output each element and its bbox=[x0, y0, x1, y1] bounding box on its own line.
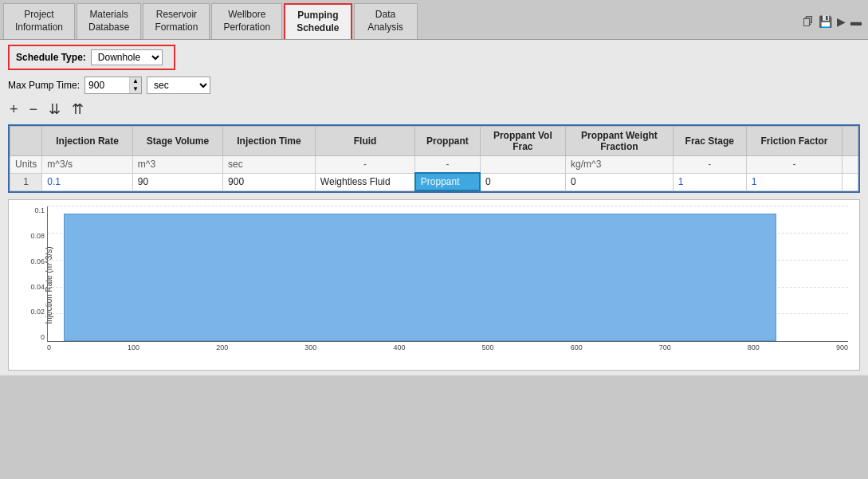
schedule-type-label: Schedule Type: bbox=[16, 52, 86, 63]
pump-time-spinners: ▲ ▼ bbox=[129, 77, 141, 93]
tab-materials-database[interactable]: MaterialsDatabase bbox=[77, 3, 141, 39]
cell-injection-time-1[interactable]: 900 bbox=[223, 173, 316, 190]
cell-proppant-weight-fraction-1[interactable]: 0 bbox=[566, 173, 674, 190]
chart-y-ticks: 0 0.02 0.04 0.06 0.08 0.1 bbox=[18, 206, 45, 341]
pump-time-input-wrap: ▲ ▼ bbox=[84, 77, 142, 94]
pump-time-row: Max Pump Time: ▲ ▼ sec min bbox=[8, 77, 860, 94]
toolbar: + − ⇊ ⇈ bbox=[8, 100, 860, 118]
unit-proppant-vol-frac bbox=[480, 156, 565, 174]
units-row: Units m^3/s m^3 sec - - kg/m^3 - - bbox=[10, 156, 858, 174]
chart-inner: 0 0.02 0.04 0.06 0.08 0.1 bbox=[47, 206, 848, 342]
chart-container: Injection Rate (m^3/s) 0 0.02 0.04 0.06 … bbox=[8, 199, 860, 371]
tab-data-analysis[interactable]: DataAnalysis bbox=[354, 3, 418, 39]
tab-pumping-schedule[interactable]: PumpingSchedule bbox=[284, 3, 352, 39]
grid-line-5 bbox=[48, 206, 848, 206]
y-tick-008: 0.08 bbox=[18, 232, 45, 240]
tab-reservoir-formation[interactable]: ReservoirFormation bbox=[143, 3, 210, 39]
unit-frac-stage: - bbox=[673, 156, 746, 174]
expand-icon[interactable]: ▶ bbox=[837, 15, 846, 28]
x-tick-600: 600 bbox=[571, 344, 583, 351]
x-tick-800: 800 bbox=[748, 344, 760, 351]
import-button[interactable]: ⇊ bbox=[47, 100, 62, 118]
save-icon[interactable]: 💾 bbox=[819, 15, 832, 28]
tab-project-information[interactable]: ProjectInformation bbox=[3, 3, 75, 39]
unit-friction-factor: - bbox=[746, 156, 842, 174]
schedule-type-select[interactable]: Downhole Surface bbox=[91, 49, 163, 65]
pump-time-label: Max Pump Time: bbox=[8, 80, 80, 91]
x-tick-300: 300 bbox=[304, 344, 316, 351]
x-tick-100: 100 bbox=[128, 344, 139, 351]
export-button[interactable]: ⇈ bbox=[70, 100, 85, 118]
table-container: Injection Rate Stage Volume Injection Ti… bbox=[8, 124, 860, 193]
x-tick-200: 200 bbox=[216, 344, 228, 351]
x-tick-900: 900 bbox=[836, 344, 848, 351]
unit-proppant: - bbox=[415, 156, 480, 174]
col-header-proppant-weight-fraction: Proppant WeightFraction bbox=[566, 127, 674, 156]
y-tick-006: 0.06 bbox=[18, 257, 45, 265]
y-tick-002: 0.02 bbox=[18, 308, 45, 316]
col-header-empty bbox=[10, 127, 42, 156]
minimize-icon[interactable]: ▬ bbox=[850, 15, 862, 28]
unit-extra bbox=[842, 156, 858, 174]
cell-proppant-1[interactable]: Proppant bbox=[415, 173, 480, 190]
pump-time-decrement[interactable]: ▼ bbox=[130, 85, 141, 93]
x-tick-500: 500 bbox=[482, 344, 494, 351]
col-header-fluid: Fluid bbox=[315, 127, 414, 156]
unit-injection-rate: m^3/s bbox=[42, 156, 133, 174]
schedule-table: Injection Rate Stage Volume Injection Ti… bbox=[10, 126, 858, 191]
col-header-stage-volume: Stage Volume bbox=[132, 127, 222, 156]
y-tick-01: 0.1 bbox=[18, 206, 45, 214]
main-content: Schedule Type: Downhole Surface Max Pump… bbox=[0, 40, 868, 375]
add-row-button[interactable]: + bbox=[8, 101, 20, 118]
tab-wellbore-perforation[interactable]: WellborePerforation bbox=[211, 3, 282, 39]
schedule-type-bar: Schedule Type: Downhole Surface bbox=[8, 45, 175, 70]
cell-friction-factor-1[interactable]: 1 bbox=[746, 173, 842, 190]
unit-fluid: - bbox=[315, 156, 414, 174]
cell-proppant-vol-frac-1[interactable]: 0 bbox=[480, 173, 565, 190]
col-header-friction-factor: Friction Factor bbox=[746, 127, 842, 156]
units-label: Units bbox=[10, 156, 42, 174]
col-header-frac-stage: Frac Stage bbox=[673, 127, 746, 156]
pump-time-unit-select[interactable]: sec min bbox=[147, 77, 210, 94]
chart-bar-1 bbox=[64, 214, 776, 342]
unit-injection-time: sec bbox=[223, 156, 316, 174]
y-tick-004: 0.04 bbox=[18, 283, 45, 291]
chart-x-ticks: 0 100 200 300 400 500 600 700 800 900 bbox=[47, 344, 848, 351]
pump-time-increment[interactable]: ▲ bbox=[130, 77, 141, 85]
row-number-1: 1 bbox=[10, 173, 42, 190]
remove-row-button[interactable]: − bbox=[28, 101, 40, 118]
col-header-injection-rate: Injection Rate bbox=[42, 127, 133, 156]
pump-time-input[interactable] bbox=[85, 78, 129, 92]
tab-bar: ProjectInformation MaterialsDatabase Res… bbox=[0, 0, 868, 40]
cell-stage-volume-1[interactable]: 90 bbox=[132, 173, 222, 190]
x-tick-400: 400 bbox=[393, 344, 405, 351]
x-tick-700: 700 bbox=[659, 344, 671, 351]
col-header-injection-time: Injection Time bbox=[223, 127, 316, 156]
unit-proppant-weight-fraction: kg/m^3 bbox=[566, 156, 674, 174]
y-tick-0: 0 bbox=[18, 333, 45, 341]
col-header-proppant-vol-frac: Proppant VolFrac bbox=[480, 127, 565, 156]
new-file-icon[interactable]: 🗍 bbox=[803, 15, 814, 28]
x-tick-0: 0 bbox=[47, 344, 51, 351]
cell-frac-stage-1[interactable]: 1 bbox=[673, 173, 746, 190]
cell-fluid-1[interactable]: Weightless Fluid bbox=[315, 173, 414, 190]
col-header-extra bbox=[842, 127, 858, 156]
unit-stage-volume: m^3 bbox=[132, 156, 222, 174]
cell-extra-1 bbox=[842, 173, 858, 190]
col-header-proppant: Proppant bbox=[415, 127, 480, 156]
tab-icons-area: 🗍 💾 ▶ ▬ bbox=[803, 3, 868, 39]
table-row: 1 0.1 90 900 Weightless Fluid Proppant 0… bbox=[10, 173, 858, 190]
cell-injection-rate-1[interactable]: 0.1 bbox=[42, 173, 133, 190]
